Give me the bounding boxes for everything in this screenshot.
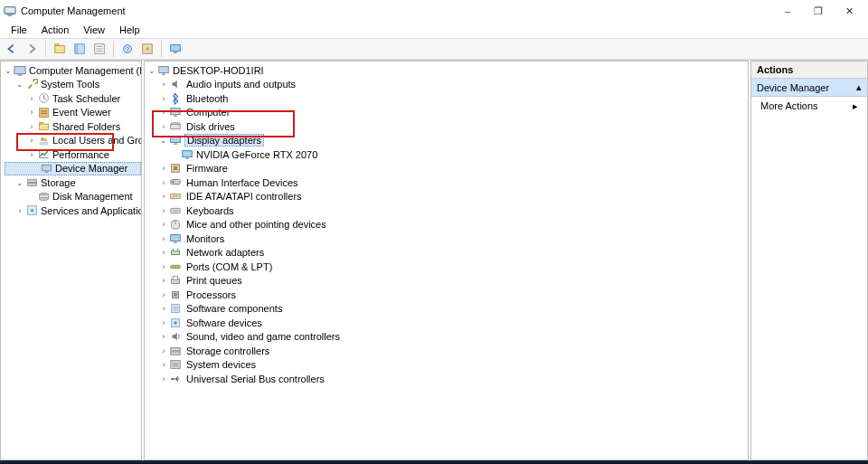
- chevron-right-icon[interactable]: ›: [14, 206, 25, 215]
- chevron-right-icon[interactable]: ›: [158, 108, 169, 117]
- tree-label: Disk Management: [52, 191, 133, 202]
- device-category[interactable]: ›Bluetooth: [146, 91, 748, 106]
- tree-disk-management[interactable]: Disk Management: [3, 190, 141, 204]
- device-category[interactable]: ›Software devices: [146, 316, 748, 330]
- device-category[interactable]: ›Human Interface Devices: [146, 175, 748, 190]
- menu-action[interactable]: Action: [34, 24, 77, 36]
- svg-rect-38: [174, 116, 177, 117]
- refresh-button[interactable]: [90, 40, 108, 58]
- tree-label: IDE ATA/ATAPI controllers: [184, 191, 304, 202]
- up-button[interactable]: [51, 40, 69, 58]
- device-category[interactable]: ›Software components: [146, 302, 748, 317]
- chevron-right-icon[interactable]: ›: [158, 178, 169, 187]
- device-root[interactable]: ⌄DESKTOP-HOD1IRI: [146, 63, 748, 78]
- chevron-right-icon[interactable]: ›: [26, 150, 37, 159]
- chevron-right-icon[interactable]: ›: [26, 108, 37, 117]
- close-button[interactable]: ✕: [834, 1, 864, 21]
- category-icon: [169, 330, 182, 343]
- device-category[interactable]: ›Keyboards: [146, 204, 748, 218]
- tree-device-manager[interactable]: Device Manager: [5, 162, 141, 176]
- actions-context[interactable]: Device Manager ▴: [751, 79, 867, 97]
- chevron-down-icon[interactable]: ⌄: [14, 178, 25, 187]
- chevron-right-icon[interactable]: ›: [26, 136, 37, 145]
- chevron-right-icon[interactable]: ›: [158, 304, 169, 313]
- chevron-right-icon[interactable]: ›: [158, 122, 169, 131]
- device-category[interactable]: ›System devices: [146, 358, 748, 373]
- chevron-right-icon[interactable]: ›: [158, 262, 169, 271]
- menu-help[interactable]: Help: [112, 24, 147, 36]
- tree-performance[interactable]: › Performance: [3, 147, 141, 162]
- svg-rect-2: [7, 14, 12, 15]
- chevron-right-icon[interactable]: ›: [158, 220, 169, 229]
- tree-shared-folders[interactable]: › Shared Folders: [3, 119, 141, 134]
- chevron-right-icon[interactable]: ›: [158, 164, 169, 173]
- chevron-right-icon[interactable]: ›: [26, 122, 37, 131]
- minimize-button[interactable]: –: [772, 1, 803, 21]
- device-category[interactable]: ›Print queues: [146, 274, 748, 289]
- tree-system-tools[interactable]: ⌄ System Tools: [3, 78, 141, 92]
- device-category[interactable]: ›Audio inputs and outputs: [146, 78, 748, 92]
- export-button[interactable]: [138, 40, 156, 58]
- chevron-right-icon[interactable]: ›: [158, 234, 169, 243]
- tree-root[interactable]: ⌄ Computer Management (Local): [3, 63, 141, 78]
- device-category[interactable]: ›Storage controllers: [146, 344, 748, 358]
- tree-services-apps[interactable]: › Services and Applications: [3, 204, 141, 218]
- chevron-right-icon[interactable]: ›: [158, 248, 169, 257]
- console-tree[interactable]: ⌄ Computer Management (Local) ⌄ System T…: [1, 62, 141, 220]
- device-category[interactable]: ›Network adapters: [146, 246, 748, 260]
- back-button[interactable]: [3, 40, 21, 58]
- tree-storage[interactable]: ⌄ Storage: [3, 175, 141, 190]
- tree-local-users[interactable]: › Local Users and Groups: [3, 134, 141, 148]
- collapse-icon[interactable]: ▴: [856, 81, 862, 93]
- device-category[interactable]: ›Universal Serial Bus controllers: [146, 372, 748, 386]
- svg-rect-56: [172, 251, 180, 255]
- chevron-right-icon[interactable]: ›: [26, 94, 37, 103]
- tree-label: Print queues: [184, 275, 244, 286]
- device-category[interactable]: ›IDE ATA/ATAPI controllers: [146, 190, 748, 204]
- device-item[interactable]: NVIDIA GeForce RTX 2070: [146, 147, 748, 162]
- chevron-right-icon[interactable]: ›: [158, 192, 169, 201]
- category-icon: [169, 232, 182, 245]
- device-category[interactable]: ›Ports (COM & LPT): [146, 260, 748, 274]
- tree-label: Mice and other pointing devices: [184, 219, 328, 230]
- properties-button[interactable]: ?: [118, 40, 137, 58]
- show-hide-button[interactable]: [71, 40, 89, 58]
- device-category[interactable]: ›Monitors: [146, 232, 748, 246]
- forward-button[interactable]: [23, 40, 41, 58]
- chevron-right-icon[interactable]: ›: [158, 94, 169, 103]
- menu-file[interactable]: File: [4, 24, 34, 36]
- device-tree[interactable]: ⌄DESKTOP-HOD1IRI›Audio inputs and output…: [145, 62, 748, 388]
- chevron-right-icon[interactable]: ›: [158, 318, 169, 327]
- svg-rect-22: [39, 124, 48, 130]
- menu-view[interactable]: View: [76, 24, 112, 36]
- actions-header: Actions: [751, 62, 867, 79]
- chevron-down-icon[interactable]: ⌄: [14, 80, 25, 89]
- chevron-right-icon[interactable]: ›: [158, 332, 169, 341]
- device-category[interactable]: ›Mice and other pointing devices: [146, 218, 748, 232]
- tree-event-viewer[interactable]: › Event Viewer: [3, 106, 141, 120]
- svg-rect-64: [173, 277, 177, 280]
- chevron-down-icon[interactable]: ⌄: [3, 66, 14, 75]
- device-category[interactable]: ›Disk drives: [146, 119, 748, 134]
- chevron-right-icon[interactable]: ›: [158, 80, 169, 89]
- task-scheduler-icon: [37, 92, 50, 105]
- actions-more[interactable]: More Actions ▸: [751, 97, 867, 116]
- chevron-right-icon[interactable]: ›: [158, 360, 169, 369]
- device-category[interactable]: ⌄Display adapters: [146, 134, 748, 148]
- category-icon: [169, 246, 182, 259]
- chevron-right-icon[interactable]: ›: [158, 290, 169, 299]
- tree-label: Network adapters: [184, 247, 266, 258]
- device-category[interactable]: ›Computer: [146, 106, 748, 120]
- chevron-right-icon[interactable]: ›: [158, 206, 169, 215]
- maximize-button[interactable]: ❐: [803, 1, 834, 21]
- chevron-right-icon[interactable]: ›: [158, 276, 169, 285]
- device-category[interactable]: ›Sound, video and game controllers: [146, 330, 748, 345]
- tree-task-scheduler[interactable]: › Task Scheduler: [3, 91, 141, 106]
- chevron-right-icon[interactable]: ›: [158, 374, 169, 384]
- monitor-button[interactable]: [166, 40, 184, 58]
- device-category[interactable]: ›Processors: [146, 288, 748, 302]
- chevron-down-icon[interactable]: ⌄: [146, 66, 157, 75]
- chevron-down-icon[interactable]: ⌄: [158, 136, 169, 145]
- device-category[interactable]: ›Firmware: [146, 162, 748, 176]
- chevron-right-icon[interactable]: ›: [158, 346, 169, 355]
